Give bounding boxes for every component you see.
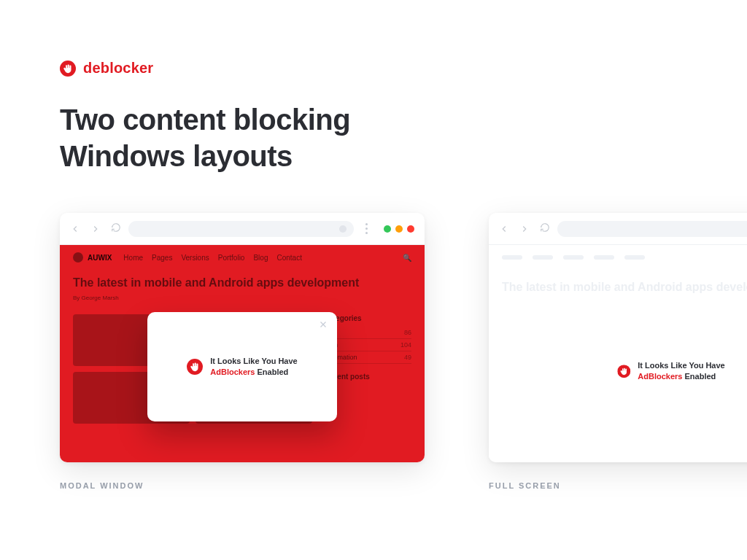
nav-refresh-icon	[540, 222, 550, 236]
browser-toolbar	[60, 213, 425, 245]
caption-modal: MODAL WINDOW	[60, 481, 425, 490]
deblocker-badge-icon	[617, 365, 630, 378]
browser-toolbar	[489, 213, 747, 245]
ghost-nav	[489, 245, 747, 270]
site-viewport-red: AUWIX Home Pages Versions Portfolio Blog…	[60, 245, 425, 462]
browser-mock: AUWIX Home Pages Versions Portfolio Blog…	[60, 213, 425, 462]
nav-refresh-icon	[111, 222, 121, 236]
brand: deblocker	[60, 60, 747, 77]
addr-star-icon	[339, 225, 347, 233]
page-headline: Two content blocking Windows layouts	[60, 101, 747, 174]
example-fullscreen: The latest in mobile and Android apps de…	[489, 213, 747, 490]
adblock-fullscreen-text: It Looks Like You Have AdBlockers Enable…	[617, 360, 724, 382]
site-viewport-white: The latest in mobile and Android apps de…	[489, 245, 747, 462]
site-menu: Home Pages Versions Portfolio Blog Conta…	[123, 254, 391, 262]
adblock-modal: It Looks Like You Have AdBlockers Enable…	[147, 312, 337, 421]
site-sidebar: Categories Art86 Tech104 Automation49 Re…	[324, 314, 411, 424]
ghost-title: The latest in mobile and Android apps de…	[489, 270, 747, 295]
example-modal-window: AUWIX Home Pages Versions Portfolio Blog…	[60, 213, 425, 490]
site-article-title: The latest in mobile and Android apps de…	[73, 276, 411, 290]
search-icon: 🔍	[403, 254, 411, 262]
nav-back-icon	[499, 224, 509, 234]
caption-fullscreen: FULL SCREEN	[489, 481, 747, 490]
adblock-modal-text: It Looks Like You Have AdBlockers Enable…	[210, 356, 297, 378]
menu-dots-icon	[365, 223, 368, 234]
browser-mock: The latest in mobile and Android apps de…	[489, 213, 747, 462]
site-byline: By George Marsh	[73, 295, 411, 301]
nav-back-icon	[70, 224, 80, 234]
deblocker-logo-icon	[60, 61, 76, 77]
nav-forward-icon	[90, 224, 101, 234]
address-bar	[128, 221, 354, 237]
deblocker-badge-icon	[187, 359, 203, 375]
brand-name: deblocker	[83, 60, 153, 77]
window-controls	[384, 225, 414, 233]
close-icon[interactable]	[318, 319, 328, 332]
nav-forward-icon	[519, 224, 530, 234]
address-bar	[557, 221, 747, 237]
site-logo: AUWIX	[73, 252, 112, 262]
